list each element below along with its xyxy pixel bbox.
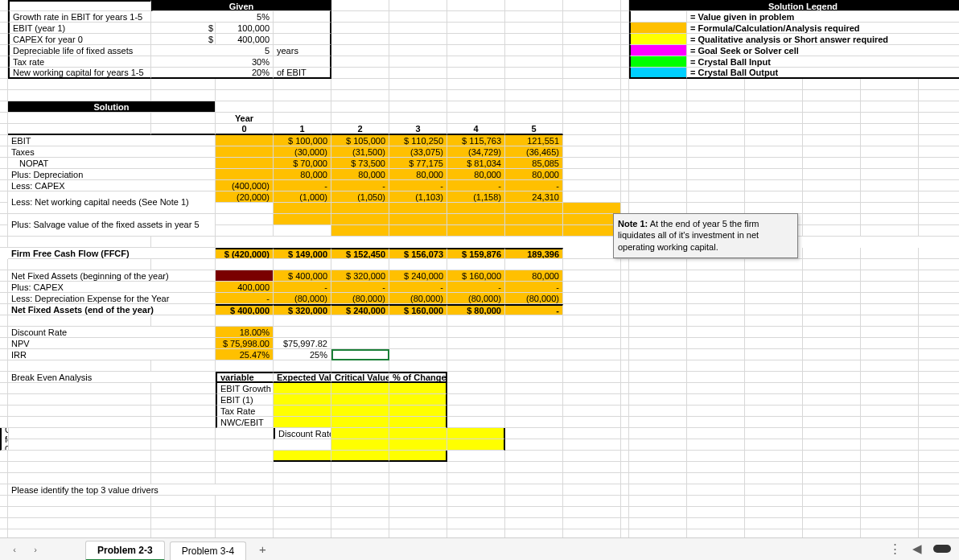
cell[interactable]	[919, 360, 959, 372]
cell[interactable]	[389, 23, 447, 34]
cell[interactable]	[687, 383, 745, 394]
cell[interactable]: Less: Net working capital needs (See Not…	[8, 191, 216, 214]
cell[interactable]	[687, 484, 745, 496]
cell[interactable]	[745, 406, 803, 417]
cell[interactable]	[151, 90, 216, 101]
cell[interactable]	[563, 101, 621, 113]
cell[interactable]	[331, 90, 389, 101]
cell[interactable]: $ 400,000	[216, 304, 274, 315]
cell[interactable]	[629, 191, 687, 203]
sheet-tab[interactable]: Problem 3-4	[170, 541, 246, 560]
cell[interactable]	[861, 428, 919, 439]
cell[interactable]	[216, 451, 274, 462]
cell[interactable]	[331, 338, 389, 349]
cell[interactable]: (80,000)	[389, 293, 447, 304]
cell[interactable]	[0, 146, 8, 158]
cell[interactable]	[621, 259, 629, 270]
cell[interactable]	[919, 484, 959, 496]
cell[interactable]	[447, 518, 505, 529]
cell[interactable]	[803, 101, 861, 113]
cell[interactable]	[861, 518, 919, 529]
cell[interactable]: New working capital for years 1-5	[8, 68, 151, 79]
cell[interactable]	[629, 293, 687, 304]
cell[interactable]	[216, 90, 274, 101]
cell[interactable]	[621, 462, 629, 473]
cell[interactable]	[274, 225, 331, 237]
cell[interactable]	[621, 507, 629, 518]
cell[interactable]: (80,000)	[331, 293, 389, 304]
cell[interactable]	[861, 113, 919, 124]
cell[interactable]	[745, 191, 803, 203]
cell[interactable]	[274, 417, 331, 428]
cell[interactable]	[447, 79, 505, 90]
cell[interactable]	[687, 451, 745, 462]
cell[interactable]: -	[447, 180, 505, 191]
cell[interactable]	[331, 383, 389, 394]
cell[interactable]: 80,000	[331, 169, 389, 180]
cell[interactable]	[331, 45, 389, 56]
cell[interactable]	[803, 214, 861, 225]
cell[interactable]	[745, 158, 803, 169]
cell[interactable]	[505, 113, 563, 124]
cell[interactable]	[0, 383, 8, 394]
cell[interactable]	[563, 462, 621, 473]
cell[interactable]	[687, 507, 745, 518]
cell[interactable]: Tax rate	[8, 56, 151, 68]
cell[interactable]	[151, 113, 216, 124]
cell[interactable]	[861, 327, 919, 338]
cell[interactable]	[0, 0, 8, 11]
cell[interactable]	[629, 113, 687, 124]
cell[interactable]	[803, 259, 861, 270]
cell[interactable]	[8, 417, 151, 428]
cell[interactable]	[0, 34, 8, 45]
cell[interactable]	[216, 214, 274, 225]
cell[interactable]	[745, 383, 803, 394]
cell[interactable]	[0, 90, 8, 101]
cell[interactable]	[629, 496, 687, 507]
cell[interactable]	[745, 327, 803, 338]
cell[interactable]: 5	[505, 124, 563, 135]
cell[interactable]	[216, 439, 274, 451]
cell[interactable]: -	[505, 304, 563, 315]
cell[interactable]	[505, 327, 563, 338]
cell[interactable]	[0, 394, 8, 406]
cell[interactable]	[629, 360, 687, 372]
cell[interactable]	[687, 439, 745, 451]
cell[interactable]	[274, 406, 331, 417]
cell[interactable]	[447, 484, 505, 496]
cell[interactable]: Given	[151, 0, 331, 11]
cell[interactable]	[274, 11, 331, 23]
cell[interactable]: (36,465)	[505, 146, 563, 158]
cell[interactable]	[0, 473, 8, 484]
cell[interactable]	[331, 101, 389, 113]
cell[interactable]: Discount Rate	[8, 327, 216, 338]
cell[interactable]	[621, 293, 629, 304]
scroll-left-icon[interactable]: ◀	[912, 541, 922, 556]
cell[interactable]	[505, 518, 563, 529]
cell[interactable]	[505, 439, 563, 451]
cell[interactable]	[919, 135, 959, 146]
cell[interactable]	[919, 214, 959, 225]
cell[interactable]	[274, 79, 331, 90]
cell[interactable]	[151, 507, 216, 518]
cell[interactable]	[687, 124, 745, 135]
cell[interactable]	[331, 327, 389, 338]
cell[interactable]	[919, 191, 959, 203]
cell[interactable]	[629, 428, 687, 439]
cell[interactable]	[861, 214, 919, 225]
cell[interactable]	[621, 113, 629, 124]
cell[interactable]: Plus: Depreciation	[8, 169, 216, 180]
cell[interactable]	[216, 135, 274, 146]
cell[interactable]: NWC/EBIT	[216, 417, 274, 428]
cell[interactable]	[861, 191, 919, 203]
cell[interactable]	[389, 327, 447, 338]
cell[interactable]: 1	[274, 124, 331, 135]
cell[interactable]	[861, 293, 919, 304]
cell[interactable]: $ (420,000)	[216, 248, 274, 259]
cell[interactable]	[151, 496, 216, 507]
cell[interactable]	[505, 56, 563, 68]
cell[interactable]	[216, 158, 274, 169]
cell[interactable]	[919, 282, 959, 293]
cell[interactable]	[803, 146, 861, 158]
cell[interactable]	[629, 417, 687, 428]
